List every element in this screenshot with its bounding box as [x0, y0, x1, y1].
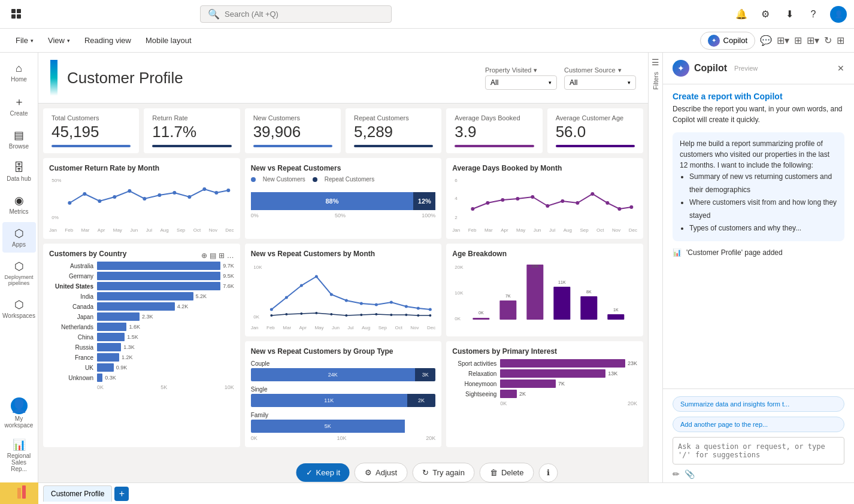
sport-bar: [500, 359, 625, 368]
search-icon: 🔍: [208, 8, 220, 20]
svg-text:0K: 0K: [455, 316, 461, 321]
svg-point-57: [417, 314, 419, 317]
view-toggle[interactable]: ⊞▾: [777, 35, 789, 46]
svg-point-28: [576, 201, 580, 205]
primary-interest-bars: Sport activities 23K Relaxation 13K Hone…: [452, 359, 637, 398]
chart-avg-days: Average Days Booked by Month 6 4 2: [446, 158, 643, 239]
settings-icon[interactable]: ⚙: [758, 7, 773, 22]
group-family: Family 5K: [251, 412, 436, 433]
svg-point-13: [172, 191, 176, 195]
country-more-icon[interactable]: …: [227, 251, 234, 260]
page-icon[interactable]: ⊞: [837, 35, 844, 46]
tab-customer-profile[interactable]: Customer Profile: [43, 485, 112, 502]
svg-point-6: [68, 201, 71, 205]
svg-point-25: [531, 195, 535, 199]
home-icon: ⌂: [16, 62, 22, 75]
notification-icon[interactable]: 🔔: [734, 7, 749, 22]
sidebar-item-myworkspace[interactable]: 👤 My workspace: [2, 393, 36, 433]
sidebar-item-browse[interactable]: ▤ Browse: [2, 124, 36, 154]
sidebar-item-create[interactable]: ＋ Create: [2, 90, 36, 122]
refresh-icon[interactable]: ↻: [824, 35, 832, 46]
svg-point-48: [285, 313, 287, 315]
attach-icon[interactable]: 📎: [685, 469, 695, 479]
svg-rect-70: [581, 296, 598, 320]
country-filter-icon[interactable]: ▤: [210, 251, 216, 260]
svg-point-30: [606, 201, 610, 205]
svg-point-16: [214, 191, 218, 195]
app-grid-icon[interactable]: [7, 5, 26, 24]
new-repeat-month-x: Jan Feb Mar Apr May Jun Jul Aug Sep Oct …: [251, 325, 436, 330]
sidebar-item-regional[interactable]: 📊 Regional Sales Rep...: [2, 433, 36, 477]
age-chart: 20K 10K 0K 0K 7K 18K 11K 8K: [452, 262, 637, 321]
download-icon[interactable]: ⬇: [782, 7, 797, 22]
filter-expand-icon2: ▾: [618, 66, 622, 74]
dashboard: Customer Profile Property Visited ▾ All …: [38, 53, 648, 504]
sidebar-item-metrics[interactable]: ◉ Metrics: [2, 189, 36, 220]
comment-icon[interactable]: 💬: [760, 35, 772, 46]
new-repeat-month-chart: 10K 0K: [251, 262, 436, 321]
file-menu[interactable]: File ▾: [10, 34, 40, 47]
svg-rect-82: [22, 485, 26, 499]
user-avatar[interactable]: 👤: [830, 6, 847, 23]
svg-text:0K: 0K: [253, 314, 259, 320]
copilot-panel: ✦ Copilot Preview ✕ Create a report with…: [662, 53, 854, 504]
property-visited-select[interactable]: All ▾: [485, 75, 557, 90]
svg-text:8K: 8K: [586, 290, 592, 294]
country-expand-icon[interactable]: ⊞: [219, 251, 225, 260]
sidebar-item-apps[interactable]: ⬡ Apps: [2, 222, 36, 253]
keep-button[interactable]: ✓ Keep it: [296, 463, 350, 482]
return-rate-chart: 50% 0%: [49, 176, 234, 224]
delete-button[interactable]: 🗑 Delete: [480, 463, 534, 482]
sidebar-item-datahub[interactable]: 🗄 Data hub: [2, 157, 36, 187]
sidebar-item-workspaces[interactable]: ⬡ Workspaces: [2, 293, 36, 324]
reading-view-menu[interactable]: Reading view: [78, 34, 137, 47]
adjust-button[interactable]: ⚙ Adjust: [355, 463, 407, 482]
copilot-button[interactable]: ✦ Copilot: [700, 32, 755, 50]
svg-point-17: [226, 189, 230, 192]
search-bar[interactable]: 🔍: [200, 5, 392, 23]
info-button[interactable]: ℹ: [538, 463, 558, 482]
copilot-header-logo: ✦: [673, 60, 689, 77]
honeymoon-row: Honeymoon 7K: [452, 379, 637, 388]
view-menu[interactable]: View ▾: [42, 34, 76, 47]
kpi-avg-age: Average Customer Age 56.0: [547, 108, 643, 153]
pencil-icon[interactable]: ✏: [673, 469, 680, 479]
hbar: [97, 292, 193, 300]
metrics-icon: ◉: [14, 194, 24, 207]
copilot-text-input[interactable]: [673, 437, 844, 464]
format-icon[interactable]: ⊞: [794, 35, 802, 46]
svg-rect-66: [527, 265, 544, 320]
svg-text:2: 2: [455, 215, 458, 220]
new-vs-repeat-bar: 88% 12%: [251, 192, 436, 210]
try-again-button[interactable]: ↻ Try again: [412, 463, 475, 482]
svg-point-8: [98, 199, 101, 203]
country-focus-icon[interactable]: ⊕: [201, 251, 207, 260]
hbar: [97, 333, 125, 341]
relaxation-bar: [500, 369, 605, 378]
mobile-layout-menu[interactable]: Mobile layout: [140, 34, 198, 47]
filter-sidebar[interactable]: ☰ Filters: [648, 53, 662, 504]
return-rate-x-labels: Jan Feb Mar Apr May Jun Jul Aug Sep Oct …: [49, 227, 234, 233]
page-title: Customer Profile: [67, 69, 485, 87]
sidebar-item-home[interactable]: ⌂ Home: [2, 57, 36, 87]
copilot-bullet-list: Summary of new vs returning customers an…: [680, 171, 837, 235]
svg-text:7K: 7K: [505, 294, 511, 298]
search-input[interactable]: [225, 10, 384, 19]
country-bar-row: Australia9.7K: [49, 262, 234, 270]
copilot-suggestion-1[interactable]: Summarize data and insights form t...: [673, 396, 844, 412]
customer-source-select[interactable]: All ▾: [564, 75, 636, 90]
sightseeing-row: Sightseeing 2K: [452, 390, 637, 398]
sidebar: ⌂ Home ＋ Create ▤ Browse 🗄 Data hub ◉ Me…: [0, 53, 38, 504]
add-tab-button[interactable]: +: [114, 487, 129, 501]
country-bar-row: Japan2.3K: [49, 312, 234, 321]
svg-point-26: [546, 204, 550, 208]
svg-point-7: [83, 192, 86, 196]
select-chevron2: ▾: [628, 80, 631, 86]
sidebar-item-deployment[interactable]: ⬡ Deployment pipelines: [2, 255, 36, 291]
close-panel-icon[interactable]: ✕: [837, 63, 844, 73]
customer-source-label: Customer Source ▾: [564, 66, 636, 74]
share-icon[interactable]: ⊞▾: [807, 35, 819, 46]
help-icon[interactable]: ?: [806, 7, 820, 22]
copilot-suggestion-2[interactable]: Add another page to the rep...: [673, 417, 844, 432]
country-bar-row: UK0.9K: [49, 363, 234, 372]
